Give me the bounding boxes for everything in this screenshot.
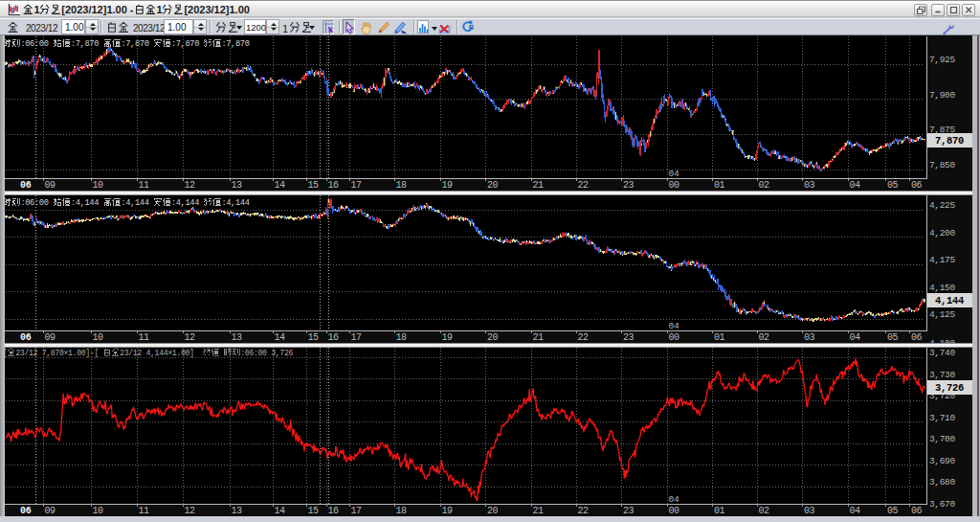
svg-text:19: 19 xyxy=(442,332,454,343)
svg-text::4,144: :4,144 xyxy=(221,198,249,208)
svg-text:21: 21 xyxy=(533,506,545,516)
svg-text:17: 17 xyxy=(351,506,363,516)
svg-text:7,850: 7,850 xyxy=(929,160,955,170)
svg-text:05: 05 xyxy=(887,506,899,516)
svg-text:04: 04 xyxy=(669,321,679,331)
svg-text::4,144: :4,144 xyxy=(71,198,99,208)
svg-text:10: 10 xyxy=(93,506,104,516)
svg-text:4,125: 4,125 xyxy=(929,309,955,320)
svg-text:00: 00 xyxy=(669,506,680,516)
svg-text:19: 19 xyxy=(442,506,454,516)
svg-text:06: 06 xyxy=(911,332,923,343)
svg-text:03: 03 xyxy=(804,506,815,516)
svg-text:21: 21 xyxy=(533,180,545,191)
svg-text:01: 01 xyxy=(714,180,725,191)
svg-text:22: 22 xyxy=(578,506,590,516)
svg-text:06: 06 xyxy=(911,180,923,191)
svg-text:4,175: 4,175 xyxy=(929,255,955,265)
svg-text:4,225: 4,225 xyxy=(929,200,955,211)
svg-text:17: 17 xyxy=(351,180,363,191)
svg-text:03: 03 xyxy=(804,180,815,191)
svg-text:12: 12 xyxy=(185,180,196,191)
svg-text:02: 02 xyxy=(759,180,770,191)
svg-text:20: 20 xyxy=(487,180,499,191)
svg-text:4,144: 4,144 xyxy=(935,295,964,306)
svg-text:13: 13 xyxy=(232,180,243,191)
svg-text:06: 06 xyxy=(20,180,32,191)
svg-text::06:00 3,726: :06:00 3,726 xyxy=(240,349,293,357)
svg-text:09: 09 xyxy=(45,332,56,343)
svg-text:00: 00 xyxy=(669,180,680,191)
svg-text:22: 22 xyxy=(578,180,590,191)
svg-text:20: 20 xyxy=(487,332,499,343)
svg-text:3,710: 3,710 xyxy=(929,413,955,423)
svg-text:23: 23 xyxy=(623,180,635,191)
svg-text:04: 04 xyxy=(669,169,679,179)
svg-text:4,200: 4,200 xyxy=(929,228,955,238)
svg-text:3,730: 3,730 xyxy=(929,370,955,380)
svg-text:02: 02 xyxy=(759,506,770,516)
svg-text:16: 16 xyxy=(328,332,340,343)
svg-text:15: 15 xyxy=(308,332,320,343)
svg-text::7,870: :7,870 xyxy=(121,39,148,49)
svg-text:16: 16 xyxy=(328,506,340,516)
svg-text:23: 23 xyxy=(623,506,635,516)
svg-text::7,870: :7,870 xyxy=(171,39,199,49)
svg-text:12: 12 xyxy=(185,506,196,516)
svg-text:14: 14 xyxy=(275,332,286,343)
svg-text:23: 23 xyxy=(623,332,635,343)
svg-text:01: 01 xyxy=(714,506,725,516)
svg-text:11: 11 xyxy=(139,506,150,516)
svg-text:7,900: 7,900 xyxy=(929,90,955,101)
svg-text:7,925: 7,925 xyxy=(929,55,955,65)
svg-text:05: 05 xyxy=(887,332,899,343)
svg-text:18: 18 xyxy=(396,332,408,343)
svg-text:11: 11 xyxy=(139,180,150,191)
svg-text:12: 12 xyxy=(185,332,196,343)
svg-text:02: 02 xyxy=(759,332,770,343)
svg-text:3,670: 3,670 xyxy=(929,499,955,510)
svg-text:3,700: 3,700 xyxy=(929,434,955,444)
svg-text:15: 15 xyxy=(308,506,320,516)
svg-text:11: 11 xyxy=(139,332,150,343)
svg-text::7,870: :7,870 xyxy=(221,39,249,49)
svg-text:01: 01 xyxy=(714,332,725,343)
svg-text:10: 10 xyxy=(93,180,104,191)
svg-text:13: 13 xyxy=(232,332,243,343)
svg-text:3,740: 3,740 xyxy=(929,348,955,358)
svg-text:4,150: 4,150 xyxy=(929,283,955,293)
svg-text:23/12 7,870×1.00]-[: 23/12 7,870×1.00]-[ xyxy=(15,349,99,357)
svg-text::06:00: :06:00 xyxy=(20,198,48,208)
svg-text:7,870: 7,870 xyxy=(935,135,964,147)
svg-text:06: 06 xyxy=(20,506,32,516)
svg-text:04: 04 xyxy=(850,506,861,516)
svg-text:09: 09 xyxy=(45,506,56,516)
svg-text:04: 04 xyxy=(850,332,861,343)
svg-text::4,144: :4,144 xyxy=(171,198,199,208)
svg-text:21: 21 xyxy=(533,332,545,343)
svg-text:05: 05 xyxy=(887,180,899,191)
svg-text:3,726: 3,726 xyxy=(935,382,964,394)
svg-text:15: 15 xyxy=(308,180,320,191)
svg-text:09: 09 xyxy=(45,180,56,191)
svg-text:16: 16 xyxy=(328,180,340,191)
svg-text:17: 17 xyxy=(351,332,363,343)
svg-text:04: 04 xyxy=(850,180,861,191)
svg-text::06:00: :06:00 xyxy=(20,39,48,49)
svg-text:14: 14 xyxy=(275,506,286,516)
svg-text::4,144: :4,144 xyxy=(121,198,148,208)
svg-text:22: 22 xyxy=(578,332,590,343)
svg-text:10: 10 xyxy=(93,332,104,343)
svg-text:04: 04 xyxy=(669,494,679,505)
svg-text:03: 03 xyxy=(804,332,815,343)
svg-text:13: 13 xyxy=(232,506,243,516)
svg-text:00: 00 xyxy=(669,332,680,343)
svg-text:19: 19 xyxy=(442,180,454,191)
svg-text:23/12 4,144×1.00]: 23/12 4,144×1.00] xyxy=(120,349,194,357)
svg-text:18: 18 xyxy=(396,180,408,191)
svg-text:06: 06 xyxy=(20,332,32,343)
svg-text:3,690: 3,690 xyxy=(929,456,955,466)
svg-text:20: 20 xyxy=(487,506,499,516)
svg-text:3,680: 3,680 xyxy=(929,477,955,488)
svg-text:14: 14 xyxy=(275,180,286,191)
